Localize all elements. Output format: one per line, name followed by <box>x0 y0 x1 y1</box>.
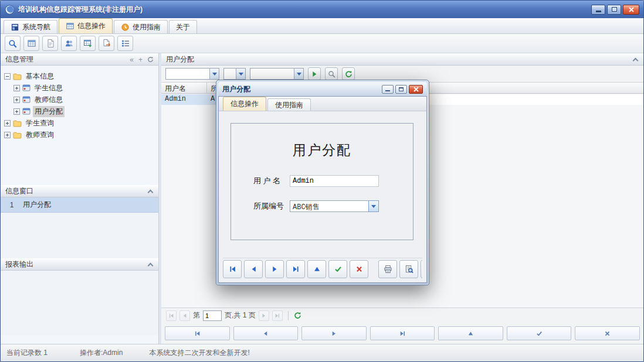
add-icon[interactable]: + <box>138 56 143 63</box>
users-button[interactable] <box>61 36 77 51</box>
tab-info-operations[interactable]: 信息操作 <box>59 18 113 33</box>
tree-node-label[interactable]: 用户分配 <box>33 106 65 117</box>
dialog-tab-user-guide[interactable]: 使用指南 <box>267 98 311 111</box>
dropdown-button[interactable] <box>368 200 379 212</box>
tree-node-teacher-query[interactable]: 教师查询 <box>4 129 155 141</box>
close-icon <box>629 7 634 12</box>
print-preview-button[interactable] <box>399 260 418 278</box>
run-filter-button[interactable] <box>308 67 321 80</box>
minimize-icon <box>596 11 601 12</box>
expand-expander-icon[interactable] <box>4 132 11 138</box>
first-page-button[interactable] <box>166 310 177 321</box>
list-button[interactable] <box>117 36 133 51</box>
last-record-button[interactable] <box>286 260 305 278</box>
tree-node-label[interactable]: 学生查询 <box>24 118 56 129</box>
dropdown-button[interactable] <box>209 69 219 79</box>
clock-icon <box>121 23 130 32</box>
more-button[interactable] <box>421 260 422 278</box>
first-record-icon <box>194 330 201 337</box>
panel-title: 信息管理 <box>5 54 125 64</box>
collapse-expander-icon[interactable] <box>4 73 11 80</box>
tree-node-student-info[interactable]: 学生信息 <box>4 82 155 94</box>
first-record-button[interactable] <box>223 260 242 278</box>
export-button[interactable] <box>99 36 114 51</box>
username-input[interactable] <box>290 175 379 187</box>
next-record-button[interactable] <box>265 260 284 278</box>
x-icon <box>604 330 611 337</box>
restore-button[interactable] <box>607 5 621 15</box>
confirm-button[interactable] <box>507 326 572 340</box>
filter-operator-combo[interactable] <box>223 68 246 80</box>
page-number-input[interactable] <box>203 310 222 321</box>
prev-page-button[interactable] <box>179 310 190 321</box>
minimize-button[interactable] <box>591 5 605 15</box>
search-button[interactable] <box>5 36 21 51</box>
collapse-panel-icon[interactable] <box>148 189 154 195</box>
tree-node-user-assignment[interactable]: 用户分配 <box>4 105 155 117</box>
collapse-panel-icon[interactable] <box>148 262 154 268</box>
filter-value-combo[interactable] <box>250 68 304 80</box>
tab-about[interactable]: 关于 <box>169 20 197 33</box>
tree-node-student-query[interactable]: 学生查询 <box>4 117 155 129</box>
dialog-minimize-button[interactable] <box>382 85 394 94</box>
last-page-button[interactable] <box>272 310 283 321</box>
refresh-icon[interactable] <box>147 56 154 63</box>
nav-last-button[interactable] <box>370 326 435 340</box>
cancel-button[interactable] <box>575 326 640 340</box>
info-window-list: 1 用户分配 <box>1 197 158 258</box>
dialog-maximize-button[interactable] <box>395 85 407 94</box>
record-nav-toolbar <box>161 326 643 340</box>
dropdown-button[interactable] <box>236 69 245 79</box>
export-icon <box>102 39 111 48</box>
tab-user-guide[interactable]: 使用指南 <box>114 20 168 33</box>
dialog-tab-info-operations[interactable]: 信息操作 <box>223 97 266 111</box>
filter-field-combo[interactable] <box>165 68 219 80</box>
expand-expander-icon[interactable] <box>13 108 20 115</box>
prev-page-icon <box>182 313 188 319</box>
grid-view-button[interactable] <box>23 36 39 51</box>
item-index: 1 <box>1 201 23 209</box>
add-record-button[interactable] <box>307 260 326 278</box>
report-output-area <box>1 271 158 335</box>
collapse-main-panel-icon[interactable] <box>633 57 639 63</box>
tree-node-label[interactable]: 教师查询 <box>24 129 56 141</box>
table-edit-button[interactable] <box>80 36 96 51</box>
dialog-toolbar <box>223 258 422 278</box>
nav-first-button[interactable] <box>165 326 230 340</box>
tree-node-teacher-info[interactable]: 教师信息 <box>4 94 155 105</box>
close-button[interactable] <box>623 5 639 15</box>
info-window-item[interactable]: 1 用户分配 <box>1 197 158 213</box>
delete-record-button[interactable] <box>350 260 368 278</box>
filter-settings-button[interactable] <box>325 67 338 80</box>
dropdown-button[interactable] <box>294 69 303 79</box>
column-header-username[interactable]: 用户名 <box>161 83 207 93</box>
tree-node-label[interactable]: 基本信息 <box>24 71 56 82</box>
last-record-icon <box>292 265 300 273</box>
tree-node-label[interactable]: 教师信息 <box>33 94 65 105</box>
prev-record-button[interactable] <box>244 260 263 278</box>
main-toolbar <box>1 34 643 53</box>
nav-next-button[interactable] <box>301 326 367 340</box>
collapse-sidebar-icon[interactable]: « <box>130 56 134 63</box>
combo-value <box>224 69 236 79</box>
dept-combo[interactable]: ABC销售 <box>290 200 379 212</box>
expand-expander-icon[interactable] <box>4 120 11 127</box>
save-record-button[interactable] <box>328 260 347 278</box>
dialog-close-button[interactable] <box>409 85 423 94</box>
dialog-titlebar[interactable]: 用户分配 <box>218 82 427 96</box>
refresh-grid-button[interactable] <box>342 67 355 80</box>
table-edit-icon <box>83 39 93 48</box>
tree-node-basic-info[interactable]: 基本信息 <box>4 70 155 82</box>
next-page-button[interactable] <box>259 310 269 321</box>
tree-node-label[interactable]: 学生信息 <box>33 83 65 94</box>
tab-system-navigation[interactable]: 系统导航 <box>4 20 57 33</box>
nav-up-button[interactable] <box>438 326 503 340</box>
print-button[interactable] <box>378 260 397 278</box>
restore-icon <box>612 7 617 12</box>
dialog-body: 信息操作 使用指南 用户分配 用 户 名 所属编号 ABC销售 <box>218 96 427 283</box>
new-document-button[interactable] <box>42 36 58 51</box>
expand-expander-icon[interactable] <box>13 97 20 103</box>
expand-expander-icon[interactable] <box>13 85 20 91</box>
refresh-page-button[interactable] <box>294 312 301 319</box>
nav-prev-button[interactable] <box>233 326 299 340</box>
